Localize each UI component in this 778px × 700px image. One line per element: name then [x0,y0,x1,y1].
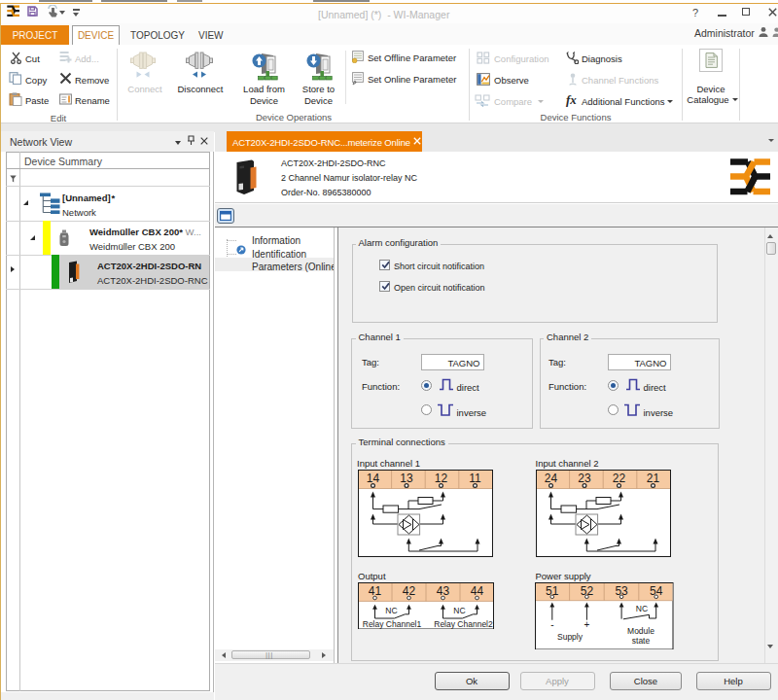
svg-text:14: 14 [367,472,380,485]
svg-text:42: 42 [402,583,415,597]
svg-text:22: 22 [612,472,625,485]
svg-text:23: 23 [578,472,591,485]
svg-text:-: - [550,619,553,630]
svg-text:Relay Channel1: Relay Channel1 [362,619,421,629]
svg-text:13: 13 [400,472,413,485]
svg-text:NC: NC [636,604,648,613]
svg-text:12: 12 [435,472,448,485]
svg-text:Supply: Supply [557,632,584,642]
svg-text:Module: Module [627,625,654,635]
svg-text:11: 11 [469,472,481,485]
svg-text:44: 44 [470,583,483,597]
svg-text:24: 24 [544,472,557,485]
svg-text:+: + [584,619,589,630]
svg-text:41: 41 [368,583,381,597]
svg-text:NC: NC [385,606,397,615]
svg-text:state: state [632,636,651,646]
svg-text:43: 43 [436,583,449,597]
svg-text:NC: NC [453,606,465,615]
svg-text:21: 21 [646,472,659,485]
svg-text:Relay Channel2: Relay Channel2 [434,619,493,629]
